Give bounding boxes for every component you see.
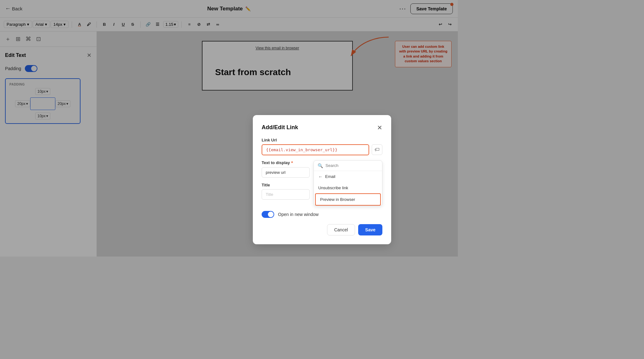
back-icon: ← xyxy=(318,174,323,179)
add-edit-link-modal: Add/Edit Link ✕ Link Url 🏷 Text to displ… xyxy=(253,115,391,244)
tag-icon-button[interactable]: 🏷 xyxy=(372,144,382,155)
open-new-window-toggle[interactable] xyxy=(262,211,274,218)
dropdown-search-row: 🔍 xyxy=(314,161,382,171)
text-display-dropdown-row: Text to display * Title 🔍 xyxy=(262,160,382,206)
modal-overlay: Add/Edit Link ✕ Link Url 🏷 Text to displ… xyxy=(0,0,458,257)
title-label: Title xyxy=(262,183,310,187)
dropdown-item-unsubscribe[interactable]: Unsubscribe link xyxy=(314,182,382,193)
link-url-group: Link Url 🏷 xyxy=(262,138,382,155)
required-indicator: * xyxy=(291,160,293,165)
save-link-button[interactable]: Save xyxy=(358,224,382,235)
modal-header: Add/Edit Link ✕ xyxy=(262,124,382,131)
text-to-display-input[interactable] xyxy=(262,167,310,178)
text-to-display-form-group: Text to display * xyxy=(262,160,310,178)
dropdown-item-email[interactable]: ← Email xyxy=(314,171,382,182)
text-to-display-label: Text to display * xyxy=(262,160,310,165)
link-url-input[interactable] xyxy=(262,144,369,155)
cancel-button[interactable]: Cancel xyxy=(327,224,355,235)
link-url-label: Link Url xyxy=(262,138,382,142)
title-input[interactable] xyxy=(262,189,310,200)
dropdown-item-preview-browser[interactable]: Preview in Browser xyxy=(315,193,381,206)
modal-title: Add/Edit Link xyxy=(262,124,298,131)
text-display-group: Text to display * Title xyxy=(262,160,310,206)
modal-footer: Cancel Save xyxy=(262,224,382,235)
open-new-window-row: Open in new window xyxy=(262,211,382,218)
dropdown-search-input[interactable] xyxy=(325,163,378,168)
modal-close-button[interactable]: ✕ xyxy=(377,124,382,131)
link-url-row: 🏷 xyxy=(262,144,382,155)
custom-values-dropdown: 🔍 ← Email Unsubscribe link Preview in Br… xyxy=(314,160,382,206)
title-form-group: Title xyxy=(262,183,310,200)
dropdown-panel-col: 🔍 ← Email Unsubscribe link Preview in Br… xyxy=(314,160,382,206)
search-icon: 🔍 xyxy=(318,163,323,168)
open-new-window-label: Open in new window xyxy=(278,212,319,217)
